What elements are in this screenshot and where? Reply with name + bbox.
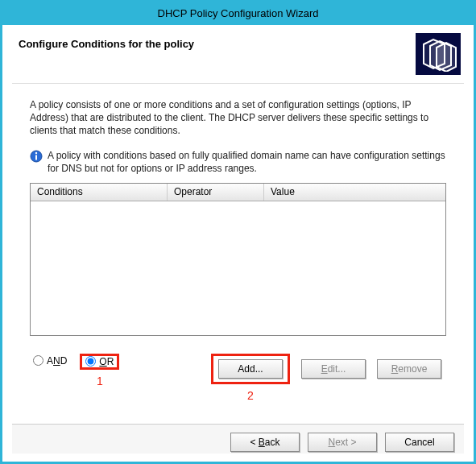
content-area: Configure Conditions for the policy A po… xyxy=(2,25,474,462)
svg-rect-1 xyxy=(35,155,37,160)
description-text: A policy consists of one or more conditi… xyxy=(30,98,446,138)
condition-buttons: Add... 2 Edit... Remove xyxy=(211,354,441,402)
annotation-1: 1 xyxy=(97,375,103,387)
radio-or-input[interactable] xyxy=(85,356,96,367)
svg-point-2 xyxy=(35,151,37,153)
back-button[interactable]: < Back xyxy=(230,433,300,452)
next-button: Next > xyxy=(308,433,377,452)
table-header: Conditions Operator Value xyxy=(31,184,445,201)
note-text: A policy with conditions based on fully … xyxy=(48,149,446,175)
edit-button: Edit... xyxy=(301,359,366,379)
info-icon xyxy=(30,150,43,163)
page-title: Configure Conditions for the policy xyxy=(19,33,194,50)
col-conditions[interactable]: Conditions xyxy=(31,184,168,201)
wizard-footer: < Back Next > Cancel xyxy=(12,424,464,454)
policy-icon xyxy=(416,33,461,75)
body: A policy consists of one or more conditi… xyxy=(12,84,464,424)
conditions-table[interactable]: Conditions Operator Value xyxy=(30,183,446,336)
radio-and[interactable]: AND xyxy=(30,354,70,368)
titlebar: DHCP Policy Configuration Wizard xyxy=(2,2,474,25)
remove-button: Remove xyxy=(377,359,441,379)
radio-or[interactable]: OR xyxy=(85,356,114,367)
add-button[interactable]: Add... xyxy=(218,359,283,379)
highlight-add: Add... xyxy=(211,354,290,384)
header-row: Configure Conditions for the policy xyxy=(12,25,464,84)
action-row: AND OR 1 Add... xyxy=(30,354,446,402)
window-title: DHCP Policy Configuration Wizard xyxy=(158,7,319,19)
annotation-2: 2 xyxy=(247,389,254,402)
info-note: A policy with conditions based on fully … xyxy=(30,149,446,175)
col-operator[interactable]: Operator xyxy=(168,184,264,201)
highlight-or: OR xyxy=(80,354,119,370)
radio-and-input[interactable] xyxy=(33,355,43,366)
cancel-button[interactable]: Cancel xyxy=(385,433,454,452)
wizard-window: DHCP Policy Configuration Wizard Configu… xyxy=(0,0,476,464)
col-value[interactable]: Value xyxy=(264,184,445,201)
